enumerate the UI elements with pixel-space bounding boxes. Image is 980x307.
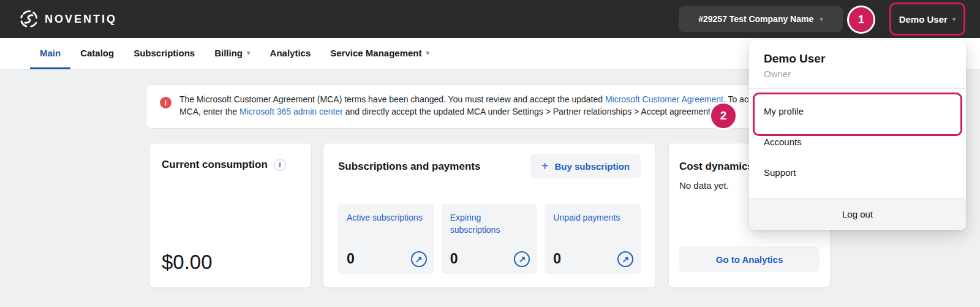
- buy-subscription-label: Buy subscription: [554, 161, 630, 172]
- noventiq-logo-icon: [18, 9, 39, 29]
- current-consumption-value: $0.00: [162, 251, 213, 274]
- banner-text-segment: MCA, enter the: [179, 107, 239, 116]
- go-to-analytics-label: Go to Analytics: [716, 254, 783, 265]
- cost-dynamics-title: Cost dynamics: [679, 161, 753, 173]
- user-dropdown-header: Demo User Owner: [749, 40, 966, 89]
- nav-tab-catalog[interactable]: Catalog: [70, 38, 124, 69]
- active-subscriptions-tile[interactable]: Active subscriptions 0 ↗: [338, 204, 434, 274]
- cost-dynamics-empty-text: No data yet.: [679, 180, 729, 191]
- subscriptions-payments-card: Subscriptions and payments + Buy subscri…: [323, 143, 656, 288]
- nav-tab-billing[interactable]: Billing ▾: [205, 38, 260, 69]
- unpaid-payments-value: 0: [553, 251, 561, 267]
- user-dropdown-name: Demo User: [764, 52, 951, 66]
- buy-subscription-button[interactable]: + Buy subscription: [530, 154, 641, 178]
- company-selector[interactable]: #29257 Test Company Name ▾: [679, 6, 843, 32]
- dropdown-item-accounts[interactable]: Accounts: [749, 127, 966, 157]
- nav-tab-main-label: Main: [40, 48, 61, 58]
- company-selector-label: #29257 Test Company Name: [698, 14, 813, 24]
- user-dropdown-items: My profile Accounts Support: [749, 89, 966, 188]
- arrow-up-right-glyph: ↗: [622, 254, 629, 264]
- chevron-down-icon: ▾: [820, 16, 823, 23]
- logout-button[interactable]: Log out: [749, 198, 966, 230]
- expiring-subscriptions-tile[interactable]: Expiring subscriptions 0 ↗: [442, 204, 538, 274]
- info-glyph: i: [279, 161, 281, 169]
- top-header-bar: NOVENTIQ #29257 Test Company Name ▾ Demo…: [0, 0, 980, 38]
- nav-tab-service-management[interactable]: Service Management ▾: [320, 38, 439, 69]
- nav-tab-service-management-label: Service Management: [330, 48, 421, 58]
- alert-info-glyph: i: [165, 99, 167, 107]
- annotation-step-2-badge: 2: [709, 102, 737, 130]
- nav-tab-catalog-label: Catalog: [80, 48, 114, 58]
- user-dropdown-menu: Demo User Owner My profile Accounts Supp…: [749, 40, 966, 230]
- arrow-up-right-glyph: ↗: [415, 254, 423, 264]
- dropdown-item-support[interactable]: Support: [749, 157, 966, 188]
- user-menu-button[interactable]: Demo User ▾: [889, 2, 965, 36]
- annotation-step-1-number: 1: [858, 13, 865, 26]
- current-consumption-card: Current consumption i $0.00: [149, 143, 312, 288]
- subscriptions-card-title: Subscriptions and payments: [338, 161, 480, 173]
- banner-text-segment: and directly accept the updated MCA unde…: [343, 107, 713, 116]
- alert-info-icon: i: [160, 97, 172, 108]
- annotation-step-2-number: 2: [720, 109, 727, 123]
- arrow-up-right-glyph: ↗: [518, 254, 526, 264]
- nav-tab-analytics-label: Analytics: [270, 48, 311, 58]
- go-to-analytics-button[interactable]: Go to Analytics: [679, 246, 820, 272]
- annotation-step-1-badge: 1: [847, 6, 875, 34]
- subscription-stat-tiles: Active subscriptions 0 ↗ Expiring subscr…: [338, 204, 641, 274]
- nav-tab-billing-label: Billing: [214, 48, 243, 58]
- noventiq-logo: NOVENTIQ: [18, 0, 117, 38]
- expiring-subscriptions-value: 0: [450, 251, 458, 267]
- nav-tab-analytics[interactable]: Analytics: [260, 38, 321, 69]
- chevron-down-icon: ▾: [952, 16, 956, 23]
- nav-tab-main[interactable]: Main: [30, 38, 70, 69]
- unpaid-payments-label: Unpaid payments: [553, 211, 632, 224]
- logo-wordmark: NOVENTIQ: [45, 13, 117, 26]
- active-subscriptions-value: 0: [347, 251, 355, 267]
- info-icon[interactable]: i: [274, 159, 286, 171]
- unpaid-payments-tile[interactable]: Unpaid payments 0 ↗: [545, 204, 641, 274]
- m365-admin-center-link[interactable]: Microsoft 365 admin center: [239, 107, 343, 116]
- dropdown-item-my-profile[interactable]: My profile: [749, 96, 966, 127]
- plus-icon: +: [541, 160, 549, 172]
- nav-tab-subscriptions-label: Subscriptions: [134, 48, 195, 58]
- current-consumption-title: Current consumption: [162, 159, 268, 171]
- user-dropdown-role: Owner: [764, 69, 951, 79]
- active-subscriptions-label: Active subscriptions: [347, 211, 426, 224]
- chevron-down-icon: ▾: [247, 50, 251, 56]
- chevron-down-icon: ▾: [426, 50, 430, 56]
- open-link-icon[interactable]: ↗: [411, 251, 427, 267]
- user-menu-label: Demo User: [899, 14, 948, 25]
- nav-tab-subscriptions[interactable]: Subscriptions: [124, 38, 205, 69]
- banner-text-segment: The Microsoft Customer Agreement (MCA) t…: [179, 94, 605, 104]
- mca-agreement-link[interactable]: Microsoft Customer Agreement: [605, 94, 723, 104]
- open-link-icon[interactable]: ↗: [617, 251, 633, 267]
- open-link-icon[interactable]: ↗: [514, 251, 530, 267]
- expiring-subscriptions-label: Expiring subscriptions: [450, 211, 529, 236]
